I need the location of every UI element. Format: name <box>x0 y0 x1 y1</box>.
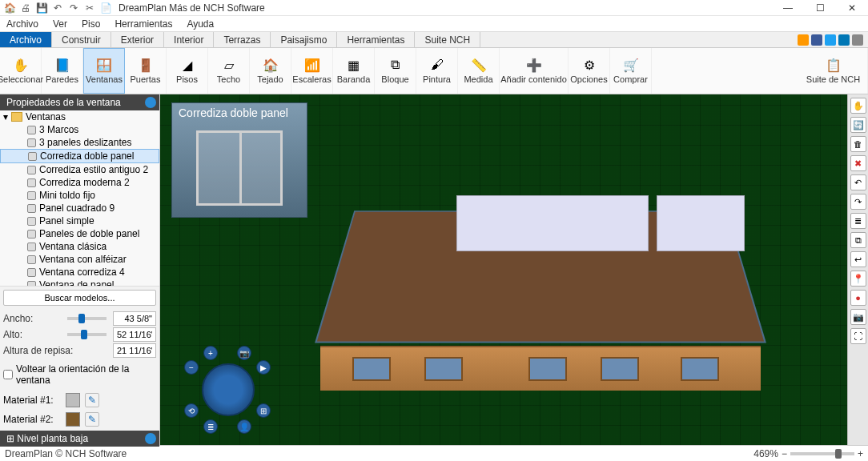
fullscreen-button[interactable]: ⛶ <box>850 328 866 344</box>
zoom-out-button[interactable]: − <box>782 448 787 459</box>
tool-baranda[interactable]: ▦Baranda <box>333 48 375 94</box>
social-icon[interactable] <box>798 34 809 46</box>
navigation-pad[interactable]: − + 📷 ▶ ⊞ 👤 ≣ ⟲ <box>184 346 272 434</box>
level-bar[interactable]: ⊞ Nivel planta baja <box>0 431 159 447</box>
alto-input[interactable] <box>113 327 156 342</box>
menu-archivo[interactable]: Archivo <box>3 17 42 31</box>
tool-pintura[interactable]: 🖌Pintura <box>416 48 458 94</box>
zoom-out-button[interactable]: − <box>184 360 199 375</box>
viewport-3d[interactable]: Corrediza doble panel − + 📷 ▶ ⊞ 👤 ≣ ⟲ <box>160 94 847 445</box>
flip-checkbox[interactable] <box>3 370 13 379</box>
save-icon[interactable]: 💾 <box>35 2 48 14</box>
eyedropper-icon[interactable]: ✎ <box>85 393 99 407</box>
tree-item[interactable]: Ventana de panel <box>0 279 159 287</box>
menu-piso[interactable]: Piso <box>78 17 103 31</box>
tool-techo[interactable]: ▱Techo <box>208 48 250 94</box>
menu-ver[interactable]: Ver <box>50 17 70 31</box>
ancho-slider[interactable] <box>67 317 106 320</box>
pin-button[interactable]: 📍 <box>850 271 866 287</box>
minimize-button[interactable]: — <box>772 0 804 16</box>
tree-item[interactable]: 3 paneles deslizantes <box>0 136 159 149</box>
tool-seleccionar[interactable]: ✋Seleccionar <box>0 48 42 94</box>
record-button[interactable]: ● <box>850 290 866 306</box>
social-icon[interactable] <box>852 34 863 46</box>
tool-escaleras[interactable]: 📶Escaleras <box>291 48 333 94</box>
tool-suitench[interactable]: 📋Suite de NCH <box>799 48 868 94</box>
home-icon[interactable]: 🏠 <box>3 2 16 14</box>
copy-button[interactable]: ⧉ <box>850 232 866 248</box>
tree-item[interactable]: Ventana clásica <box>0 240 159 253</box>
zoom-in-button[interactable]: + <box>858 448 863 459</box>
level-toggle-icon[interactable] <box>145 433 156 444</box>
social-icon[interactable] <box>825 34 836 46</box>
tree-item[interactable]: Panel cuadrado 9 <box>0 202 159 214</box>
tab-suite-nch[interactable]: Suite NCH <box>415 32 480 47</box>
redo-icon[interactable]: ↷ <box>67 2 80 14</box>
alto-slider[interactable] <box>67 333 106 336</box>
tree-root[interactable]: ▾ Ventanas <box>0 110 159 123</box>
social-icon[interactable] <box>811 34 822 46</box>
tab-terrazas[interactable]: Terrazas <box>214 32 271 47</box>
tab-archivo[interactable]: Archivo <box>0 32 52 47</box>
tree-item[interactable]: Mini toldo fijo <box>0 189 159 202</box>
screenshot-button[interactable]: 📷 <box>850 309 866 325</box>
tool-comprar[interactable]: 🛒Comprar <box>610 48 652 94</box>
print-icon[interactable]: 🖨 <box>19 2 32 14</box>
panel-toggle-icon[interactable] <box>145 97 156 108</box>
tree-item[interactable]: Ventana corrediza 4 <box>0 266 159 279</box>
tree-item[interactable]: Corrediza doble panel <box>0 149 159 163</box>
material-swatch[interactable] <box>66 393 80 407</box>
wrap-button[interactable]: ↩ <box>850 251 866 267</box>
ancho-input[interactable] <box>113 311 156 326</box>
tab-interior[interactable]: Interior <box>164 32 214 47</box>
cut-icon[interactable]: ✂ <box>83 2 96 14</box>
zoom-in-button[interactable]: + <box>203 346 218 360</box>
maximize-button[interactable]: ☐ <box>804 0 836 16</box>
tree-item[interactable]: Ventana con alféizar <box>0 253 159 266</box>
rotate-button[interactable]: 🔄 <box>850 117 866 133</box>
menu-herramientas[interactable]: Herramientas <box>111 17 175 31</box>
tool-anadir[interactable]: ➕Añadir contenido <box>500 48 569 94</box>
play-button[interactable]: ▶ <box>256 360 271 375</box>
snap-button[interactable]: ⊞ <box>256 403 271 418</box>
tab-exterior[interactable]: Exterior <box>111 32 164 47</box>
tree-item[interactable]: Corrediza estilo antiguo 2 <box>0 163 159 176</box>
hand-button[interactable]: ✋ <box>850 98 866 114</box>
layer-button[interactable]: ≣ <box>203 419 218 434</box>
tool-pisos[interactable]: ◢Pisos <box>167 48 208 94</box>
stack-button[interactable]: ≣ <box>850 213 866 229</box>
repisa-input[interactable] <box>113 343 156 358</box>
tool-puertas[interactable]: 🚪Puertas <box>125 48 167 94</box>
tab-paisajismo[interactable]: Paisajismo <box>271 32 337 47</box>
window-tree[interactable]: ▾ Ventanas 3 Marcos3 paneles deslizantes… <box>0 110 159 287</box>
building-model[interactable] <box>320 182 761 391</box>
tree-item[interactable]: Corrediza moderna 2 <box>0 176 159 189</box>
camera-button[interactable]: 📷 <box>237 346 251 360</box>
tool-paredes[interactable]: 📘Paredes <box>42 48 83 94</box>
close-button[interactable]: ✕ <box>836 0 868 16</box>
person-button[interactable]: 👤 <box>237 419 251 434</box>
material-swatch[interactable] <box>66 412 80 427</box>
tool-medida[interactable]: 📏Medida <box>458 48 500 94</box>
eyedropper-icon[interactable]: ✎ <box>85 412 99 427</box>
navpad-ring[interactable] <box>202 363 255 416</box>
undo-button[interactable]: ↶ <box>850 174 866 190</box>
doc-icon[interactable]: 📄 <box>99 2 112 14</box>
tree-item[interactable]: Panel simple <box>0 214 159 227</box>
tool-bloque[interactable]: ⧉Bloque <box>375 48 416 94</box>
menu-ayuda[interactable]: Ayuda <box>183 17 217 31</box>
undo-icon[interactable]: ↶ <box>51 2 64 14</box>
tool-ventanas[interactable]: 🪟Ventanas <box>83 48 125 94</box>
social-icon[interactable] <box>838 34 850 46</box>
redo-button[interactable]: ↷ <box>850 194 866 210</box>
reset-button[interactable]: ⟲ <box>184 403 199 418</box>
tool-opciones[interactable]: ⚙Opciones <box>569 48 610 94</box>
tool-tejado[interactable]: 🏠Tejado <box>250 48 291 94</box>
trash-button[interactable]: 🗑 <box>850 136 866 152</box>
zoom-slider[interactable] <box>790 452 854 455</box>
tree-item[interactable]: Paneles de doble panel <box>0 227 159 240</box>
tab-herramientas[interactable]: Herramientas <box>337 32 415 47</box>
delete-x-button[interactable]: ✖ <box>850 155 866 171</box>
search-models-button[interactable]: Buscar modelos... <box>3 290 156 306</box>
tree-item[interactable]: 3 Marcos <box>0 123 159 136</box>
